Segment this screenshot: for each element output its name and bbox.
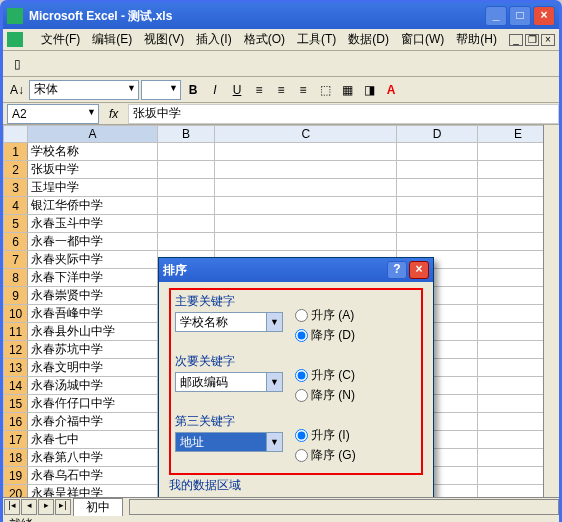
cell[interactable] bbox=[157, 179, 215, 197]
tab-next-button[interactable]: ▸ bbox=[38, 499, 54, 515]
primary-desc-radio[interactable]: 降序 (D) bbox=[295, 327, 355, 344]
third-key-select[interactable]: 地址▼ bbox=[175, 432, 283, 452]
fx-label[interactable]: fx bbox=[99, 107, 128, 121]
cell[interactable] bbox=[397, 161, 478, 179]
menu-format[interactable]: 格式(O) bbox=[244, 31, 285, 48]
row-header[interactable]: 11 bbox=[4, 323, 28, 341]
row-header[interactable]: 7 bbox=[4, 251, 28, 269]
vertical-scrollbar[interactable] bbox=[543, 125, 559, 497]
secondary-desc-radio[interactable]: 降序 (N) bbox=[295, 387, 355, 404]
cell[interactable]: 永春汤城中学 bbox=[28, 377, 157, 395]
row-header[interactable]: 8 bbox=[4, 269, 28, 287]
horizontal-scrollbar[interactable] bbox=[129, 499, 559, 515]
menu-tools[interactable]: 工具(T) bbox=[297, 31, 336, 48]
menu-data[interactable]: 数据(D) bbox=[348, 31, 389, 48]
row-header[interactable]: 15 bbox=[4, 395, 28, 413]
fill-icon[interactable]: ◨ bbox=[359, 80, 379, 100]
doc-minimize-button[interactable]: _ bbox=[509, 34, 523, 46]
column-header[interactable]: C bbox=[215, 126, 397, 143]
row-header[interactable]: 13 bbox=[4, 359, 28, 377]
row-header[interactable]: 10 bbox=[4, 305, 28, 323]
cell[interactable]: 永春呈祥中学 bbox=[28, 485, 157, 498]
font-name-select[interactable]: 宋体 bbox=[29, 80, 139, 100]
cell[interactable] bbox=[157, 197, 215, 215]
italic-button[interactable]: I bbox=[205, 80, 225, 100]
cell[interactable] bbox=[157, 215, 215, 233]
row-header[interactable]: 12 bbox=[4, 341, 28, 359]
cell[interactable]: 玉埕中学 bbox=[28, 179, 157, 197]
cell[interactable]: 张坂中学 bbox=[28, 161, 157, 179]
third-asc-radio[interactable]: 升序 (I) bbox=[295, 427, 356, 444]
cell[interactable]: 永春第八中学 bbox=[28, 449, 157, 467]
row-header[interactable]: 2 bbox=[4, 161, 28, 179]
menu-insert[interactable]: 插入(I) bbox=[196, 31, 231, 48]
sheet-tab[interactable]: 初中 bbox=[73, 498, 123, 516]
row-header[interactable]: 19 bbox=[4, 467, 28, 485]
align-left-icon[interactable]: ≡ bbox=[249, 80, 269, 100]
row-header[interactable]: 3 bbox=[4, 179, 28, 197]
cell[interactable] bbox=[215, 179, 397, 197]
minimize-button[interactable]: _ bbox=[485, 6, 507, 26]
row-header[interactable]: 16 bbox=[4, 413, 28, 431]
cell[interactable] bbox=[397, 233, 478, 251]
dialog-help-button[interactable]: ? bbox=[387, 261, 407, 279]
secondary-key-select[interactable]: 邮政编码▼ bbox=[175, 372, 283, 392]
cell[interactable]: 银江华侨中学 bbox=[28, 197, 157, 215]
row-header[interactable]: 18 bbox=[4, 449, 28, 467]
cell[interactable]: 永春县外山中学 bbox=[28, 323, 157, 341]
menu-view[interactable]: 视图(V) bbox=[144, 31, 184, 48]
font-color-button[interactable]: A bbox=[381, 80, 401, 100]
cell[interactable]: 永春玉斗中学 bbox=[28, 215, 157, 233]
doc-restore-button[interactable]: ❐ bbox=[525, 34, 539, 46]
doc-close-button[interactable]: × bbox=[541, 34, 555, 46]
cell[interactable] bbox=[215, 161, 397, 179]
cell[interactable]: 永春仵仔口中学 bbox=[28, 395, 157, 413]
border-icon[interactable]: ▦ bbox=[337, 80, 357, 100]
align-right-icon[interactable]: ≡ bbox=[293, 80, 313, 100]
tab-last-button[interactable]: ▸| bbox=[55, 499, 71, 515]
close-button[interactable]: × bbox=[533, 6, 555, 26]
primary-key-select[interactable]: 学校名称▼ bbox=[175, 312, 283, 332]
merge-icon[interactable]: ⬚ bbox=[315, 80, 335, 100]
cell[interactable]: 永春乌石中学 bbox=[28, 467, 157, 485]
column-header[interactable]: A bbox=[28, 126, 157, 143]
underline-button[interactable]: U bbox=[227, 80, 247, 100]
menu-file[interactable]: 文件(F) bbox=[41, 31, 80, 48]
cell[interactable]: 永春一都中学 bbox=[28, 233, 157, 251]
sort-asc-icon[interactable]: A↓ bbox=[7, 80, 27, 100]
cell[interactable]: 永春七中 bbox=[28, 431, 157, 449]
cell[interactable] bbox=[397, 179, 478, 197]
spreadsheet-grid[interactable]: ABCDE1学校名称2张坂中学3玉埕中学4银江华侨中学5永春玉斗中学6永春一都中… bbox=[3, 125, 559, 497]
cell[interactable]: 永春苏坑中学 bbox=[28, 341, 157, 359]
cell[interactable] bbox=[215, 233, 397, 251]
cell[interactable]: 永春夹际中学 bbox=[28, 251, 157, 269]
column-header[interactable] bbox=[4, 126, 28, 143]
menu-window[interactable]: 窗口(W) bbox=[401, 31, 444, 48]
row-header[interactable]: 17 bbox=[4, 431, 28, 449]
dialog-close-button[interactable]: × bbox=[409, 261, 429, 279]
third-desc-radio[interactable]: 降序 (G) bbox=[295, 447, 356, 464]
maximize-button[interactable]: □ bbox=[509, 6, 531, 26]
cell[interactable] bbox=[215, 143, 397, 161]
row-header[interactable]: 1 bbox=[4, 143, 28, 161]
cell[interactable]: 永春下洋中学 bbox=[28, 269, 157, 287]
column-header[interactable]: B bbox=[157, 126, 215, 143]
cell[interactable] bbox=[157, 143, 215, 161]
cell[interactable] bbox=[157, 233, 215, 251]
cell[interactable]: 永春介福中学 bbox=[28, 413, 157, 431]
row-header[interactable]: 20 bbox=[4, 485, 28, 498]
row-header[interactable]: 4 bbox=[4, 197, 28, 215]
formula-input[interactable]: 张坂中学 bbox=[128, 104, 559, 124]
cell[interactable] bbox=[397, 143, 478, 161]
secondary-asc-radio[interactable]: 升序 (C) bbox=[295, 367, 355, 384]
menu-edit[interactable]: 编辑(E) bbox=[92, 31, 132, 48]
primary-asc-radio[interactable]: 升序 (A) bbox=[295, 307, 355, 324]
bold-button[interactable]: B bbox=[183, 80, 203, 100]
cell[interactable]: 永春吾峰中学 bbox=[28, 305, 157, 323]
menu-help[interactable]: 帮助(H) bbox=[456, 31, 497, 48]
cell[interactable] bbox=[157, 161, 215, 179]
cell[interactable]: 永春文明中学 bbox=[28, 359, 157, 377]
row-header[interactable]: 6 bbox=[4, 233, 28, 251]
name-box[interactable]: A2 bbox=[7, 104, 99, 124]
column-header[interactable]: D bbox=[397, 126, 478, 143]
